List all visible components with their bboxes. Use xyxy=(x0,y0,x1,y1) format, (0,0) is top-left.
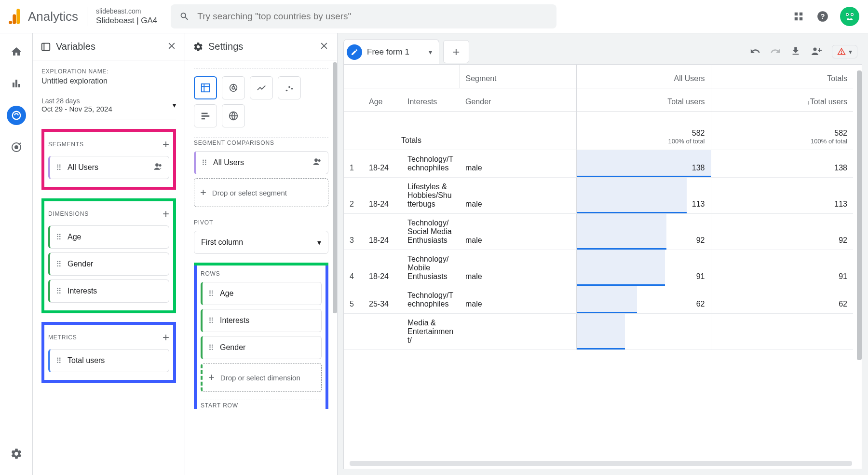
cell-age: 18-24 xyxy=(363,150,402,177)
settings-panel: Settings SEGMENT COMPARISONS ⠿ All Users… xyxy=(185,33,338,475)
variables-close-icon[interactable] xyxy=(166,41,177,53)
analytics-logo-icon xyxy=(9,9,22,24)
pivot-value: First column xyxy=(201,238,243,247)
viz-scatter-icon[interactable] xyxy=(278,76,301,99)
viz-geo-icon[interactable] xyxy=(222,104,245,127)
share-icon[interactable] xyxy=(811,45,822,58)
cell-total-users-bar: 62 xyxy=(576,286,711,313)
search-bar[interactable] xyxy=(171,4,556,28)
row-chip-label: Gender xyxy=(220,343,245,352)
dimension-chip-interests[interactable]: ⠿Interests xyxy=(48,279,169,303)
help-icon[interactable]: ? xyxy=(816,10,829,23)
row-index: 4 xyxy=(344,250,363,286)
th-totals: Totals xyxy=(711,65,853,88)
table-row[interactable]: 218-24Lifestyles & Hobbies/Shutterbugsma… xyxy=(344,177,853,213)
edit-tab-icon[interactable] xyxy=(347,44,362,60)
th-total-users-1[interactable]: Total users xyxy=(576,88,711,111)
cell-age: 25-34 xyxy=(363,286,402,313)
cell-age: 18-24 xyxy=(363,250,402,286)
viz-donut-icon[interactable] xyxy=(222,76,245,99)
dimensions-label: DIMENSIONS xyxy=(48,210,89,217)
tab-freeform[interactable]: Free form 1 ▾ xyxy=(343,39,439,64)
cell-gender: male xyxy=(460,286,576,313)
app-header: Analytics slidebeast.com Slidebeast | GA… xyxy=(0,0,868,33)
table-row[interactable]: 118-24Technology/Technophilesmale138138 xyxy=(344,150,853,177)
drag-handle-icon: ⠿ xyxy=(56,233,62,242)
svg-text:?: ? xyxy=(820,12,825,20)
undo-icon[interactable] xyxy=(750,46,760,58)
viz-bar-icon[interactable] xyxy=(194,104,217,127)
table-scrollbar-horizontal[interactable] xyxy=(350,461,852,466)
nav-home-icon[interactable] xyxy=(7,42,26,61)
table-row[interactable]: 318-24Technology/Social Media Enthusiast… xyxy=(344,213,853,250)
cell-total-users-bar: 138 xyxy=(576,150,711,177)
row-chip-interests[interactable]: ⠿Interests xyxy=(201,309,322,332)
segment-comparisons-label: SEGMENT COMPARISONS xyxy=(194,140,274,146)
settings-icon xyxy=(193,42,203,52)
pivot-select[interactable]: First column▾ xyxy=(194,231,328,254)
drag-handle-icon: ⠿ xyxy=(208,316,214,325)
user-avatar[interactable] xyxy=(840,7,859,26)
metric-chip-total-users[interactable]: ⠿Total users xyxy=(48,349,169,372)
apps-icon[interactable] xyxy=(792,10,805,23)
add-metric-button[interactable]: + xyxy=(163,331,169,344)
dimension-chip-age[interactable]: ⠿Age xyxy=(48,225,169,249)
download-icon[interactable] xyxy=(790,46,801,58)
drag-handle-icon: ⠿ xyxy=(56,356,62,365)
date-range-selector[interactable]: Last 28 days Oct 29 - Nov 25, 2024 ▾ xyxy=(41,97,176,120)
exploration-name-input[interactable]: Untitled exploration xyxy=(41,77,176,85)
dimension-chip-gender[interactable]: ⠿Gender xyxy=(48,252,169,276)
svg-line-29 xyxy=(234,88,236,90)
segment-chip-all-users[interactable]: ⠿ All Users xyxy=(48,156,169,179)
table-scrollbar-vertical[interactable] xyxy=(857,70,862,360)
svg-rect-34 xyxy=(202,115,210,117)
row-chip-gender[interactable]: ⠿Gender xyxy=(201,336,322,359)
pivot-label: PIVOT xyxy=(194,219,213,226)
settings-close-icon[interactable] xyxy=(319,41,329,53)
drop-segment-slot[interactable]: +Drop or select segment xyxy=(194,178,328,207)
table-row[interactable]: 418-24Technology/Mobile Enthusiastsmale9… xyxy=(344,250,853,286)
drop-dimension-slot[interactable]: +Drop or select dimension xyxy=(201,363,322,392)
people-icon xyxy=(312,157,322,168)
app-title: Analytics xyxy=(28,9,78,24)
chevron-down-icon[interactable]: ▾ xyxy=(429,48,432,56)
add-dimension-button[interactable]: + xyxy=(163,207,169,221)
cell-interests: Lifestyles & Hobbies/Shutterbugs xyxy=(402,177,460,213)
cell-interests: Technology/Technophiles xyxy=(402,150,460,177)
cell-interests: Technology/Mobile Enthusiasts xyxy=(402,250,460,286)
nav-advertising-icon[interactable] xyxy=(7,138,26,157)
settings-scrollbar[interactable] xyxy=(333,62,337,313)
viz-line-icon[interactable] xyxy=(250,76,273,99)
th-gender[interactable]: Gender xyxy=(460,88,576,111)
cell-gender xyxy=(460,313,576,349)
svg-rect-15 xyxy=(18,84,20,87)
add-segment-button[interactable]: + xyxy=(163,138,169,151)
th-interests[interactable]: Interests xyxy=(402,88,460,111)
row-index xyxy=(344,313,363,349)
cell-gender: male xyxy=(460,177,576,213)
property-selector[interactable]: slidebeast.com Slidebeast | GA4 xyxy=(87,7,157,26)
add-tab-button[interactable]: + xyxy=(443,40,469,63)
variables-icon xyxy=(41,42,51,52)
sampling-warning-button[interactable]: ▾ xyxy=(832,45,857,58)
nav-reports-icon[interactable] xyxy=(7,74,26,93)
table-row[interactable]: 525-34Technology/Technophilesmale6262 xyxy=(344,286,853,313)
th-total-users-sort[interactable]: ↓Total users xyxy=(711,88,853,111)
table-row[interactable]: Media & Entertainment/ xyxy=(344,313,853,349)
viz-table-icon[interactable] xyxy=(194,76,217,99)
metric-chip-label: Total users xyxy=(68,356,105,365)
property-name: Slidebeast | GA4 xyxy=(96,15,157,26)
nav-explore-icon[interactable] xyxy=(7,106,26,125)
drag-handle-icon: ⠿ xyxy=(56,163,62,172)
row-chip-age[interactable]: ⠿Age xyxy=(201,282,322,305)
nav-admin-icon[interactable] xyxy=(7,444,26,463)
search-input[interactable] xyxy=(197,11,548,22)
cell-gender: male xyxy=(460,213,576,250)
th-age[interactable]: Age xyxy=(363,88,402,111)
redo-icon[interactable] xyxy=(770,46,781,58)
segcomp-chip-all-users[interactable]: ⠿ All Users xyxy=(194,151,328,174)
row-index: 2 xyxy=(344,177,363,213)
variables-header: Variables xyxy=(33,33,185,60)
visualization-picker xyxy=(194,68,328,127)
date-preset-label: Last 28 days xyxy=(41,97,112,105)
